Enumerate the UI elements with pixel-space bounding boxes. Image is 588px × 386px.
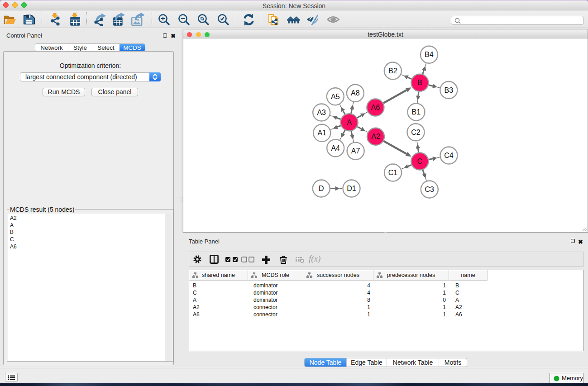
svg-text:C4: C4 [444, 152, 454, 159]
svg-text:A3: A3 [317, 109, 326, 116]
svg-text:B4: B4 [425, 51, 434, 58]
svg-text:A1: A1 [317, 129, 326, 137]
svg-text:A: A [347, 119, 352, 126]
svg-text:B3: B3 [445, 86, 454, 94]
svg-text:A8: A8 [351, 89, 360, 97]
svg-text:C: C [417, 157, 423, 165]
svg-text:D: D [319, 185, 324, 192]
svg-text:f(x): f(x) [309, 255, 320, 264]
svg-text:B: B [417, 79, 422, 86]
svg-text:A2: A2 [371, 133, 380, 140]
svg-text:B2: B2 [388, 67, 397, 75]
svg-text:A4: A4 [331, 144, 340, 152]
svg-text:A7: A7 [351, 147, 360, 155]
svg-text:A5: A5 [331, 93, 340, 100]
svg-text:A6: A6 [371, 104, 380, 111]
svg-text:C3: C3 [425, 186, 435, 193]
svg-text:C2: C2 [411, 129, 421, 136]
svg-text:C1: C1 [388, 169, 398, 176]
svg-text:B1: B1 [412, 108, 421, 116]
svg-text:D1: D1 [347, 185, 356, 192]
